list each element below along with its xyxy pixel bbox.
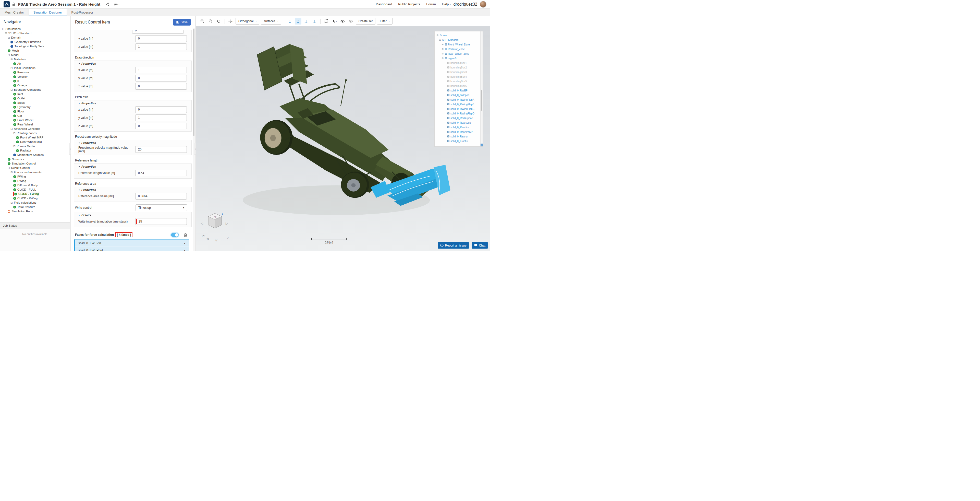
scrollbar-thumb[interactable]: [193, 29, 194, 136]
tree-item-pressure[interactable]: ✓Pressure: [0, 70, 70, 75]
collapse-icon[interactable]: ⊟: [11, 201, 13, 204]
tree-item-initial-conditions[interactable]: ⊟Initial Conditions: [0, 66, 70, 70]
home-view-icon[interactable]: ⌂: [227, 236, 229, 240]
tree-item-totalpressure[interactable]: ✓TotalPressure: [0, 205, 70, 209]
panel-collapse-handle[interactable]: ◂: [194, 143, 196, 155]
remove-face-button[interactable]: x: [184, 242, 186, 245]
scene-item-solid-0-sidepod[interactable]: solid_0_Sidepod: [435, 93, 480, 97]
collapse-icon[interactable]: ⊟: [441, 57, 444, 59]
expand-icon[interactable]: ⊞: [441, 53, 444, 55]
scene-item-boundingbox4[interactable]: boundingBox4: [435, 74, 480, 79]
report-issue-button[interactable]: Report an issue: [438, 242, 469, 249]
tree-item-floor[interactable]: ✓Floor: [0, 109, 70, 114]
scene-item-solid-0-rwingflapa[interactable]: solid_0_RWingFlapA: [435, 97, 480, 102]
select-tool-icon[interactable]: ▾: [331, 18, 338, 24]
axis-view-iso-icon[interactable]: [311, 18, 318, 24]
tree-item-cl-cd-fwing[interactable]: ✓CL/CD - FWing: [0, 192, 70, 196]
field-input-z-value-m[interactable]: 1: [135, 43, 187, 50]
tree-item-symmetry[interactable]: ✓Symmetry: [0, 105, 70, 109]
zoom-in-icon[interactable]: [199, 18, 206, 24]
clipped-input[interactable]: 0: [132, 30, 184, 34]
tree-item-momentum-sources[interactable]: Momentum Sources: [0, 153, 70, 157]
rotate-down-arrow[interactable]: ▽: [215, 238, 218, 242]
share-icon[interactable]: [105, 3, 109, 6]
field-input-freestream-velocity-magnitude-value-m-s[interactable]: 20: [135, 146, 187, 153]
expand-icon[interactable]: ⊞: [441, 43, 444, 46]
field-input-reference-length-value-m[interactable]: 0.64: [135, 170, 187, 176]
scene-item-front-wheel-zone[interactable]: ⊞Front_Wheel_Zone: [435, 42, 480, 47]
tree-item-omega[interactable]: ✓Omega: [0, 83, 70, 88]
tree-item-cl-cd-rwing[interactable]: ✓CL/CD - RWing: [0, 196, 70, 201]
remove-face-button[interactable]: x: [184, 249, 186, 251]
scene-item-solid-0-frontur[interactable]: solid_0_Frontur: [435, 139, 480, 143]
scene-item-m1-standard[interactable]: ⊟M1 - Standard: [435, 38, 480, 42]
front-wheel[interactable]: [341, 172, 369, 198]
tree-item-rear-wheel-mrf[interactable]: ✓Rear Wheel MRF: [0, 140, 70, 144]
tree-item-model[interactable]: ⊟Model: [0, 53, 70, 57]
scene-tree-scrollbar[interactable]: ▼: [480, 32, 483, 147]
avatar[interactable]: [480, 1, 487, 8]
tree-item-front-wheel-mrf[interactable]: ✓Front Wheel MRF: [0, 136, 70, 140]
scene-item-solid-0-reartire[interactable]: solid_0_Reartire: [435, 125, 480, 129]
settings-gear-icon[interactable]: ▾: [114, 3, 119, 6]
scene-item-solid-0-rwep[interactable]: solid_0_RWEP: [435, 88, 480, 93]
collapse-icon[interactable]: ⊟: [11, 89, 13, 91]
tree-item-rotating-zones[interactable]: ⊟Rotating Zones: [0, 131, 70, 136]
tree-item-k[interactable]: ✓k: [0, 79, 70, 83]
axis-view-y-icon[interactable]: [295, 18, 301, 24]
tree-item-sides[interactable]: ✓Sides: [0, 101, 70, 105]
hide-icon[interactable]: [348, 18, 354, 24]
field-input-reference-area-value-m[interactable]: 0.3664: [135, 193, 187, 199]
field-input-y-value-m[interactable]: 1: [135, 115, 187, 121]
filter-dropdown[interactable]: Filter ▾: [377, 18, 393, 24]
scene-item-solid-0-rearsusp[interactable]: solid_0_Rearsusp: [435, 120, 480, 125]
face-row[interactable]: solid_0_FWEPoutx: [75, 247, 189, 250]
tree-item-simulation-control[interactable]: ✓Simulation Control: [0, 161, 70, 166]
properties-toggle[interactable]: ▼Properties: [74, 140, 191, 145]
field-input-x-value-m[interactable]: 0: [135, 106, 187, 113]
collapse-icon[interactable]: ⊟: [436, 34, 439, 37]
tree-item-forces-and-moments[interactable]: ⊟Forces and moments: [0, 170, 70, 174]
tree-item-field-calculations[interactable]: ⊟Field calculations: [0, 201, 70, 205]
show-icon[interactable]: [339, 18, 346, 24]
collapse-icon[interactable]: ⊟: [11, 171, 13, 174]
properties-toggle[interactable]: ▼Properties: [74, 188, 191, 192]
field-input-z-value-m[interactable]: 0: [135, 123, 187, 129]
tree-item-advanced-concepts[interactable]: ⊟Advanced Concepts: [0, 127, 70, 131]
chat-button[interactable]: Chat: [472, 242, 488, 249]
field-input-y-value-m[interactable]: 0: [135, 75, 187, 81]
tree-item-simulations[interactable]: ⊟Simulations: [0, 27, 70, 31]
scene-item-boundingbox5[interactable]: boundingBox5: [435, 79, 480, 83]
tree-item-geometry-primitives[interactable]: Geometry Primitives: [0, 40, 70, 44]
tree-item-s1-m1-standard[interactable]: ⊟S1 M1 - Standard: [0, 31, 70, 35]
rotate-right-arrow[interactable]: ▷: [226, 222, 228, 225]
collapse-icon[interactable]: ⊟: [5, 32, 7, 35]
properties-toggle[interactable]: ▼Properties: [74, 61, 191, 65]
tree-item-fwing[interactable]: ✓FWing: [0, 174, 70, 179]
scene-item-solid-0-rwingflapb[interactable]: solid_0_RWingFlapB: [435, 102, 480, 107]
collapse-icon[interactable]: ⊟: [11, 67, 13, 70]
collapse-icon[interactable]: ⊟: [13, 132, 15, 135]
tree-item-rwing[interactable]: ✓RWing: [0, 179, 70, 183]
tree-item-result-control[interactable]: ⊟Result Control: [0, 166, 70, 170]
tree-item-air[interactable]: ✓Air: [0, 62, 70, 66]
scene-item-rear-wheel-zone[interactable]: ⊞Rear_Wheel_Zone: [435, 51, 480, 56]
scene-item-solid-0-rwingflapc[interactable]: solid_0_RWingFlapC: [435, 107, 480, 111]
tree-item-velocity[interactable]: ✓Velocity: [0, 75, 70, 79]
axis-view-z-icon[interactable]: [303, 18, 310, 24]
write-control-select[interactable]: Timestep ▾: [135, 204, 187, 211]
projection-dropdown[interactable]: Orthogonal ▾: [235, 18, 259, 24]
collapse-icon[interactable]: ⊟: [8, 54, 10, 56]
create-set-button[interactable]: Create set: [356, 18, 375, 24]
tree-item-inlet[interactable]: ✓Inlet: [0, 92, 70, 96]
rear-wheel[interactable]: [260, 120, 293, 155]
rotate-left-arrow[interactable]: ◁: [200, 222, 203, 225]
collapse-icon[interactable]: ⊟: [2, 28, 4, 30]
scene-item-radiator-zone[interactable]: ⊞Radiator_Zone: [435, 47, 480, 51]
collapse-icon[interactable]: ⊟: [13, 145, 15, 148]
render-mode-dropdown[interactable]: surfaces ▾: [261, 18, 281, 24]
expand-icon[interactable]: ⊞: [441, 48, 444, 50]
tree-item-domain[interactable]: ⊟Domain: [0, 35, 70, 40]
box-select-icon[interactable]: [323, 18, 330, 24]
roll-cw-icon[interactable]: ↻: [206, 237, 209, 241]
